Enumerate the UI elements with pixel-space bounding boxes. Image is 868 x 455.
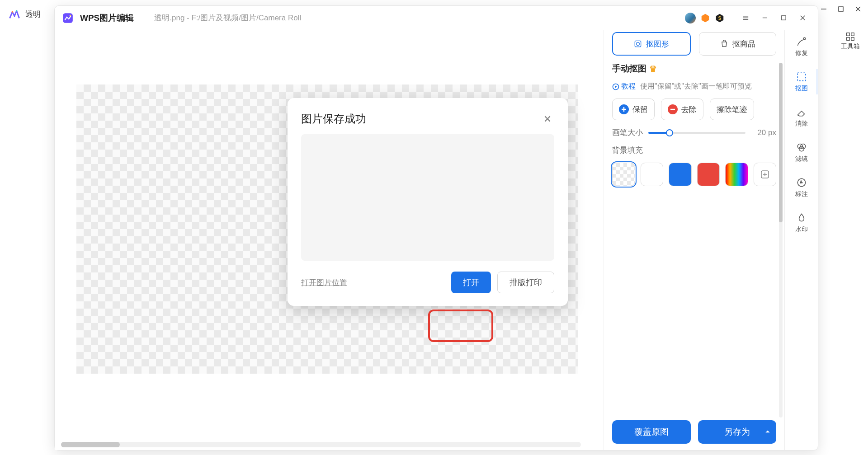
keep-tool[interactable]: 保留 xyxy=(612,99,655,120)
badge-black[interactable]: S xyxy=(715,13,725,23)
rail-annotate[interactable]: 标注 xyxy=(785,175,818,200)
app-title: WPS图片编辑 xyxy=(80,12,134,24)
svg-rect-5 xyxy=(847,38,849,40)
swatch-red[interactable] xyxy=(697,163,720,186)
badge-orange[interactable] xyxy=(700,13,710,23)
maximize-button[interactable] xyxy=(775,10,792,26)
rail-eraser[interactable]: 消除 xyxy=(785,104,818,130)
open-file-location-link[interactable]: 打开图片位置 xyxy=(301,277,347,288)
host-app-logo xyxy=(8,8,21,20)
plus-icon xyxy=(619,104,629,114)
chip-cut-shape[interactable]: 抠图形 xyxy=(612,32,691,56)
svg-rect-6 xyxy=(851,38,854,40)
rail-repair[interactable]: 修复 xyxy=(785,34,818,59)
host-minimize[interactable] xyxy=(820,5,827,14)
svg-rect-18 xyxy=(797,73,805,80)
svg-rect-3 xyxy=(847,33,849,36)
chip-label: 抠图形 xyxy=(646,39,669,49)
rail-cutout[interactable]: 抠图 xyxy=(785,69,818,94)
svg-point-14 xyxy=(637,42,640,46)
host-toolbox[interactable]: 工具箱 xyxy=(841,32,860,51)
erase-strokes[interactable]: 擦除笔迹 xyxy=(710,99,754,120)
minimize-button[interactable] xyxy=(756,10,773,26)
svg-rect-13 xyxy=(635,41,641,47)
brush-size-value: 20 px xyxy=(751,128,776,137)
dialog-close-button[interactable] xyxy=(541,112,554,126)
swatch-rainbow[interactable] xyxy=(725,163,748,186)
chip-cut-product[interactable]: 抠商品 xyxy=(699,32,777,56)
tutorial-link[interactable]: 教程 xyxy=(612,82,636,91)
host-close[interactable] xyxy=(854,5,862,14)
remove-tool[interactable]: 去除 xyxy=(661,99,703,120)
open-button[interactable]: 打开 xyxy=(451,272,491,293)
host-toolbox-label: 工具箱 xyxy=(841,42,860,51)
swatch-blue[interactable] xyxy=(669,163,692,186)
svg-point-17 xyxy=(803,38,805,39)
close-button[interactable] xyxy=(794,10,811,26)
brush-size-label: 画笔大小 xyxy=(612,127,643,138)
svg-rect-12 xyxy=(781,16,785,20)
svg-point-1 xyxy=(16,10,18,12)
dialog-title: 图片保存成功 xyxy=(301,112,366,126)
dialog-preview xyxy=(301,134,554,261)
brush-size-slider[interactable] xyxy=(648,132,745,134)
app-icon xyxy=(62,12,74,24)
layout-print-button[interactable]: 排版打印 xyxy=(497,272,554,293)
annotation-highlight xyxy=(428,310,493,342)
avatar[interactable] xyxy=(685,13,696,23)
bg-fill-title: 背景填充 xyxy=(612,145,776,155)
menu-button[interactable] xyxy=(737,10,754,26)
chevron-up-icon xyxy=(764,427,771,437)
swatch-white[interactable] xyxy=(641,163,664,186)
swatch-add[interactable] xyxy=(754,163,777,186)
svg-point-8 xyxy=(70,14,71,16)
crown-icon: ♛ xyxy=(649,64,657,74)
host-window-title: 透明 xyxy=(25,9,41,19)
swatch-transparent[interactable] xyxy=(612,163,635,186)
svg-marker-9 xyxy=(702,14,709,22)
svg-point-0 xyxy=(12,11,13,13)
rail-filter[interactable]: 滤镜 xyxy=(785,140,818,165)
vertical-scrollbar[interactable] xyxy=(779,63,783,417)
minus-icon xyxy=(668,104,678,114)
overwrite-button[interactable]: 覆盖原图 xyxy=(612,420,691,444)
document-path: 透明.png - F:/图片及视频/图片/Camera Roll xyxy=(154,13,301,23)
hint-text: 使用"保留"或"去除"画一笔即可预览 xyxy=(640,82,752,91)
svg-rect-4 xyxy=(851,33,854,36)
saveas-button[interactable]: 另存为 xyxy=(698,420,777,444)
chip-label: 抠商品 xyxy=(732,39,755,49)
rail-watermark[interactable]: 水印 xyxy=(785,210,818,235)
host-maximize[interactable] xyxy=(837,5,844,14)
svg-rect-2 xyxy=(839,7,843,11)
svg-text:S: S xyxy=(718,15,722,20)
save-success-dialog: 图片保存成功 打开图片位置 打开 排版打印 xyxy=(288,98,568,306)
section-manual-cutout: 手动抠图 xyxy=(612,63,646,75)
